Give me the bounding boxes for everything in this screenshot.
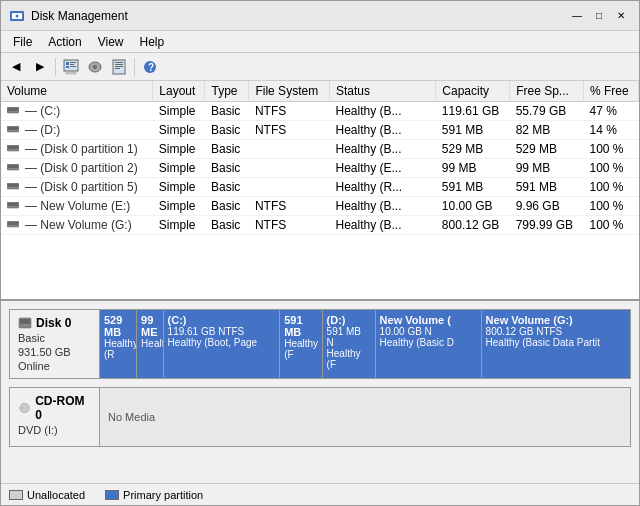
col-volume[interactable]: Volume xyxy=(1,81,153,102)
col-pct[interactable]: % Free xyxy=(583,81,638,102)
svg-rect-9 xyxy=(66,72,76,74)
close-button[interactable]: ✕ xyxy=(611,7,631,25)
cell-filesystem: NTFS xyxy=(249,121,330,140)
partition-4[interactable]: (D:)591 MB NHealthy (F xyxy=(323,310,376,378)
partition-name: 591 MB xyxy=(284,314,317,338)
svg-rect-25 xyxy=(8,146,18,149)
partition-name: 529 MB xyxy=(104,314,132,338)
legend-box-unallocated xyxy=(9,490,23,500)
cell-type: Basic xyxy=(205,216,249,235)
svg-rect-8 xyxy=(70,66,76,67)
cell-filesystem xyxy=(249,140,330,159)
toolbar-forward[interactable]: ▶ xyxy=(29,56,51,78)
cell-layout: Simple xyxy=(153,102,205,121)
col-layout[interactable]: Layout xyxy=(153,81,205,102)
col-free[interactable]: Free Sp... xyxy=(510,81,584,102)
partition-5[interactable]: New Volume (10.00 GB NHealthy (Basic D xyxy=(376,310,482,378)
partition-6[interactable]: New Volume (G:)800.12 GB NTFSHealthy (Ba… xyxy=(482,310,630,378)
cell-capacity: 99 MB xyxy=(436,159,510,178)
cell-capacity: 591 MB xyxy=(436,121,510,140)
partition-0[interactable]: 529 MBHealthy (R xyxy=(100,310,137,378)
cdrom-icon xyxy=(18,401,31,415)
cell-status: Healthy (B... xyxy=(329,197,435,216)
col-type[interactable]: Type xyxy=(205,81,249,102)
cell-filesystem xyxy=(249,159,330,178)
partition-name: (C:) xyxy=(168,314,276,326)
cell-free: 799.99 GB xyxy=(510,216,584,235)
menu-help[interactable]: Help xyxy=(132,33,173,51)
volume-icon xyxy=(7,183,19,191)
svg-rect-23 xyxy=(8,127,18,130)
col-capacity[interactable]: Capacity xyxy=(436,81,510,102)
toolbar-help[interactable]: ? xyxy=(139,56,161,78)
cell-layout: Simple xyxy=(153,121,205,140)
volume-table: Volume Layout Type File System Status Ca… xyxy=(1,81,639,235)
menu-action[interactable]: Action xyxy=(40,33,89,51)
table-row[interactable]: — New Volume (E:) Simple Basic NTFS Heal… xyxy=(1,197,639,216)
content-area: Volume Layout Type File System Status Ca… xyxy=(1,81,639,483)
help-icon: ? xyxy=(142,59,158,75)
svg-rect-3 xyxy=(64,60,78,71)
cdrom0-label: CD-ROM 0 DVD (I:) xyxy=(10,388,100,446)
cell-volume: — New Volume (E:) xyxy=(1,197,153,216)
minimize-button[interactable]: — xyxy=(567,7,587,25)
table-row[interactable]: — (C:) Simple Basic NTFS Healthy (B... 1… xyxy=(1,102,639,121)
toolbar-disk-props[interactable] xyxy=(84,56,106,78)
cell-filesystem xyxy=(249,178,330,197)
menu-file[interactable]: File xyxy=(5,33,40,51)
table-area[interactable]: Volume Layout Type File System Status Ca… xyxy=(1,81,639,301)
cell-pct: 100 % xyxy=(583,140,638,159)
partition-3[interactable]: 591 MBHealthy (F xyxy=(280,310,322,378)
cdrom0-media: No Media xyxy=(108,411,155,423)
svg-rect-16 xyxy=(115,66,123,67)
legend-label-primary: Primary partition xyxy=(123,489,203,501)
cell-volume: — (Disk 0 partition 1) xyxy=(1,140,153,159)
svg-rect-27 xyxy=(8,165,18,168)
cdrom0-title: CD-ROM 0 xyxy=(18,394,91,422)
table-row[interactable]: — New Volume (G:) Simple Basic NTFS Heal… xyxy=(1,216,639,235)
svg-rect-4 xyxy=(66,62,69,65)
cell-status: Healthy (E... xyxy=(329,159,435,178)
cell-status: Healthy (B... xyxy=(329,121,435,140)
cell-status: Healthy (R... xyxy=(329,178,435,197)
window-controls: — □ ✕ xyxy=(567,7,631,25)
toolbar-back[interactable]: ◀ xyxy=(5,56,27,78)
cell-pct: 100 % xyxy=(583,216,638,235)
table-row[interactable]: — (D:) Simple Basic NTFS Healthy (B... 5… xyxy=(1,121,639,140)
svg-rect-14 xyxy=(115,62,123,63)
toolbar-format[interactable] xyxy=(108,56,130,78)
toolbar-properties[interactable] xyxy=(60,56,82,78)
cell-capacity: 529 MB xyxy=(436,140,510,159)
properties-icon xyxy=(63,59,79,75)
hdd-icon xyxy=(18,316,32,330)
svg-point-37 xyxy=(25,325,26,326)
status-bar: Unallocated Primary partition xyxy=(1,483,639,505)
partition-status: Healthy (Boot, Page xyxy=(168,337,276,348)
cell-free: 82 MB xyxy=(510,121,584,140)
menu-view[interactable]: View xyxy=(90,33,132,51)
cell-layout: Simple xyxy=(153,178,205,197)
cell-status: Healthy (B... xyxy=(329,140,435,159)
cell-type: Basic xyxy=(205,140,249,159)
cell-free: 99 MB xyxy=(510,159,584,178)
title-bar: Disk Management — □ ✕ xyxy=(1,1,639,31)
maximize-button[interactable]: □ xyxy=(589,7,609,25)
table-row[interactable]: — (Disk 0 partition 2) Simple Basic Heal… xyxy=(1,159,639,178)
volume-icon xyxy=(7,126,19,134)
table-row[interactable]: — (Disk 0 partition 1) Simple Basic Heal… xyxy=(1,140,639,159)
partition-name: (D:) xyxy=(327,314,371,326)
svg-rect-17 xyxy=(115,68,120,69)
disk0-type: Basic xyxy=(18,332,91,344)
partition-2[interactable]: (C:)119.61 GB NTFSHealthy (Boot, Page xyxy=(164,310,281,378)
partition-name: New Volume (G:) xyxy=(486,314,626,326)
legend-box-primary xyxy=(105,490,119,500)
col-status[interactable]: Status xyxy=(329,81,435,102)
svg-rect-29 xyxy=(8,184,18,187)
col-filesystem[interactable]: File System xyxy=(249,81,330,102)
window-title: Disk Management xyxy=(31,9,128,23)
disk0-label: Disk 0 Basic 931.50 GB Online xyxy=(10,310,100,378)
svg-rect-12 xyxy=(89,66,101,67)
svg-rect-5 xyxy=(66,66,69,68)
partition-1[interactable]: 99 MEHealt xyxy=(137,310,164,378)
table-row[interactable]: — (Disk 0 partition 5) Simple Basic Heal… xyxy=(1,178,639,197)
